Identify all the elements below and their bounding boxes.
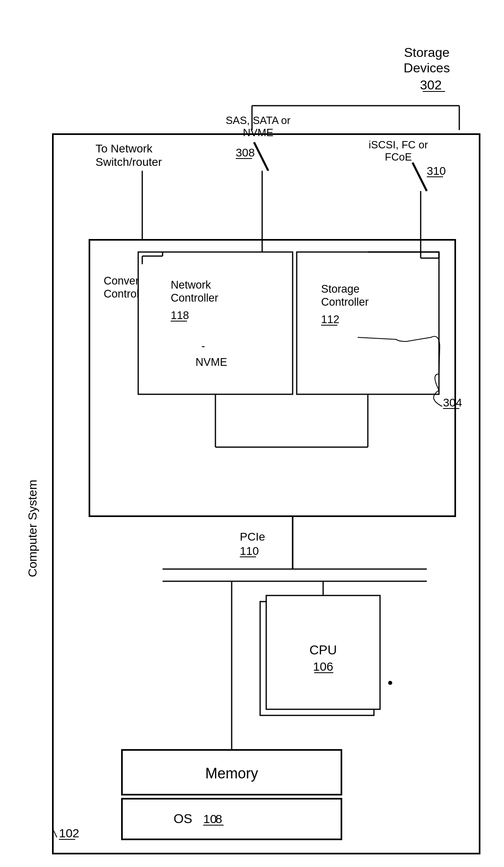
diagram-container: Storage Devices 302 Computer System 102 …: [0, 0, 504, 867]
svg-rect-44: [122, 799, 341, 839]
computer-system-ref: 102: [59, 826, 79, 840]
storage-controller-ref: 112: [321, 313, 339, 326]
pcie-label: PCIe: [240, 530, 265, 543]
svg-rect-17: [138, 252, 293, 394]
storage-controller-label2: Controller: [321, 296, 369, 308]
iscsi-label: iSCSI, FC or: [369, 139, 428, 151]
network-controller-ref: 118: [171, 309, 189, 322]
cpu-label: CPU: [309, 643, 337, 657]
cpu-ref: 106: [313, 660, 333, 673]
architecture-diagram: Storage Devices 302 Computer System 102 …: [0, 0, 504, 867]
sas-sata-label2: NVME: [243, 126, 273, 139]
network-controller-label: Network: [171, 279, 211, 291]
memory-label: Memory: [205, 765, 258, 782]
ref-308: 308: [236, 146, 255, 159]
network-controller-label2: Controller: [171, 292, 218, 304]
dot-marker: [388, 681, 392, 685]
computer-system-label: Computer System: [26, 480, 39, 577]
ref-310: 310: [427, 165, 446, 177]
svg-rect-19: [297, 252, 439, 394]
nvme-inner-label: -: [202, 340, 205, 352]
iscsi-label2: FCoE: [385, 151, 412, 163]
os-label: OS: [174, 811, 192, 826]
storage-devices-ref: 302: [420, 78, 441, 92]
network-label2: Switch/router: [96, 156, 162, 168]
ref-304: 304: [443, 396, 462, 409]
os-ref1: 10: [203, 812, 217, 826]
storage-controller-label: Storage: [321, 283, 360, 295]
nvme-inner-label2: NVME: [196, 356, 227, 368]
sas-sata-label: SAS, SATA or: [226, 114, 291, 126]
storage-devices-label: Storage: [404, 45, 450, 60]
pcie-ref: 110: [240, 545, 259, 557]
network-label: To Network: [96, 142, 153, 155]
os-ref2: 8: [215, 812, 222, 826]
storage-devices-label2: Devices: [404, 61, 450, 75]
